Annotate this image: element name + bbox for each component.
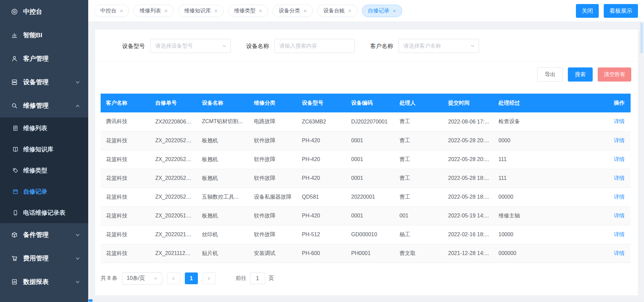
table-cell-actions: 详情 bbox=[600, 225, 631, 244]
goto-group: 前往 页 bbox=[236, 272, 274, 284]
page-size-select[interactable]: 10条/页 bbox=[122, 272, 162, 285]
customers-icon bbox=[11, 55, 18, 62]
goto-suffix: 页 bbox=[269, 275, 274, 282]
detail-link[interactable]: 详情 bbox=[614, 250, 625, 256]
tab-3[interactable]: 维修知识库× bbox=[178, 5, 224, 17]
table-cell: 2022-05-28 20:... bbox=[443, 150, 493, 169]
vertical-scrollbar[interactable] bbox=[640, 22, 643, 53]
chevron-down-icon bbox=[222, 44, 227, 48]
sidebar-item-phone-repair-records[interactable]: 电话维修记录表 bbox=[0, 202, 88, 223]
table-header-row: 客户名称自修单号设备名称维修分类设备型号设备编码处理人提交时间处理经过操作 bbox=[101, 94, 631, 112]
table-cell: 丝印机 bbox=[197, 225, 249, 244]
goto-page-input[interactable] bbox=[250, 272, 265, 284]
tab-close-icon[interactable]: × bbox=[120, 8, 123, 14]
table-cell: GD000010 bbox=[346, 225, 394, 244]
sidebar-item-repair-type[interactable]: 维修类型 bbox=[0, 160, 88, 181]
table-cell: 111 bbox=[493, 150, 600, 169]
tab-close-icon[interactable]: × bbox=[393, 8, 396, 14]
table-cell: 板翘机 bbox=[197, 206, 249, 225]
sidebar-item-repair-knowledge[interactable]: 维修知识库 bbox=[0, 139, 88, 160]
column-header: 处理人 bbox=[394, 94, 443, 112]
table-cell-actions: 详情 bbox=[600, 112, 631, 131]
sidebar-item-spare-parts[interactable]: 备件管理 bbox=[0, 223, 88, 247]
table-cell-actions: 详情 bbox=[600, 169, 631, 188]
table-cell: 111 bbox=[493, 169, 600, 188]
sidebar-item-label: 数据报表 bbox=[23, 278, 49, 286]
tab-close-icon[interactable]: × bbox=[259, 8, 262, 14]
clear-all-button[interactable]: 清空所有 bbox=[598, 67, 631, 82]
tab-5[interactable]: 设备分类× bbox=[273, 5, 313, 17]
customer-name-select[interactable] bbox=[398, 39, 479, 53]
detail-link[interactable]: 详情 bbox=[614, 138, 625, 143]
tab-label: 维修知识库 bbox=[184, 7, 211, 14]
current-page-button[interactable]: 1 bbox=[185, 272, 198, 284]
table-cell: 板翘机 bbox=[197, 131, 249, 150]
sidebar-item-maintenance[interactable]: 维修管理 bbox=[0, 94, 88, 117]
table-cell: ZX_202205281... bbox=[150, 169, 197, 188]
sidebar-item-label: 智能BI bbox=[23, 31, 42, 40]
close-button[interactable]: 关闭 bbox=[576, 4, 599, 18]
table-cell: ZX_202205191... bbox=[150, 206, 197, 225]
sidebar-item-customers[interactable]: 客户管理 bbox=[0, 47, 88, 70]
detail-link[interactable]: 详情 bbox=[614, 213, 625, 218]
chevron-down-icon bbox=[153, 276, 158, 281]
next-page-button[interactable] bbox=[203, 272, 216, 284]
document-list-icon bbox=[12, 125, 19, 132]
detail-link[interactable]: 详情 bbox=[614, 232, 625, 237]
detail-link[interactable]: 详情 bbox=[614, 118, 625, 124]
filter-device-model: 设备型号 bbox=[122, 39, 231, 53]
table-cell: 曹工 bbox=[394, 131, 443, 150]
table-row: 花篮科技ZX_202205282...板翘机软件故障PH-4200001曹工20… bbox=[101, 150, 631, 169]
tab-label: 中控台 bbox=[100, 7, 116, 14]
table-cell: 花篮科技 bbox=[101, 169, 150, 188]
table-row: 花篮科技ZX_202205191...板翘机软件故障PH-42000010012… bbox=[101, 206, 631, 225]
console-icon bbox=[11, 8, 18, 15]
table-cell: DJ2022070001 bbox=[346, 112, 394, 131]
tab-1[interactable]: 中控台× bbox=[94, 5, 129, 17]
maintenance-submenu: 维修列表 维修知识库 维修类型 自修记录 电话维修记录表 bbox=[0, 117, 88, 223]
sidebar-item-label: 备件管理 bbox=[23, 231, 49, 239]
detail-link[interactable]: 详情 bbox=[614, 175, 625, 181]
table-cell: PH-420 bbox=[297, 131, 346, 150]
export-button[interactable]: 导出 bbox=[537, 67, 563, 82]
detail-link[interactable]: 详情 bbox=[614, 194, 625, 200]
prev-page-button[interactable] bbox=[167, 272, 180, 284]
tab-close-icon[interactable]: × bbox=[304, 8, 307, 14]
horizontal-scrollbar-thumb[interactable] bbox=[89, 299, 93, 302]
topbar: 中控台×维修列表×维修知识库×维修类型×设备分类×设备台账×自修记录× 关闭 看… bbox=[88, 0, 644, 21]
sidebar-item-devices[interactable]: 设备管理 bbox=[0, 70, 88, 94]
table-cell: 曹工 bbox=[394, 169, 443, 188]
table-cell-actions: 详情 bbox=[600, 206, 631, 225]
table-cell-actions: 详情 bbox=[600, 188, 631, 206]
detail-link[interactable]: 详情 bbox=[614, 156, 625, 162]
table-cell: 贴片机 bbox=[197, 244, 249, 263]
table-cell: 软件故障 bbox=[249, 206, 297, 225]
tab-7[interactable]: 自修记录× bbox=[362, 5, 402, 17]
tab-6[interactable]: 设备台账× bbox=[317, 5, 358, 17]
table-cell: 曹文取 bbox=[394, 244, 443, 263]
sidebar-item-label: 维修类型 bbox=[23, 166, 47, 174]
device-model-select[interactable] bbox=[150, 39, 231, 53]
tab-close-icon[interactable]: × bbox=[164, 8, 168, 14]
table-row: 花篮科技ZX_202205282...板翘机软件故障PH-4200001曹工20… bbox=[101, 131, 631, 150]
sidebar-item-console[interactable]: 中控台 bbox=[0, 0, 88, 23]
sidebar-item-bi[interactable]: 智能BI bbox=[0, 23, 88, 47]
tab-4[interactable]: 维修类型× bbox=[228, 5, 268, 17]
sidebar: 中控台 智能BI 客户管理 设备管理 维修管理 维修列表 维修知识库 维修类型 bbox=[0, 0, 88, 302]
tab-2[interactable]: 维修列表× bbox=[133, 5, 174, 17]
table-cell: 2022-05-28 18:... bbox=[443, 169, 493, 188]
board-display-button[interactable]: 看板展示 bbox=[604, 4, 638, 18]
sidebar-item-expenses[interactable]: 费用管理 bbox=[0, 247, 88, 270]
sidebar-item-reports[interactable]: 数据报表 bbox=[0, 270, 88, 294]
sidebar-item-repair-list[interactable]: 维修列表 bbox=[0, 117, 88, 139]
sidebar-item-self-repair-records[interactable]: 自修记录 bbox=[0, 181, 88, 202]
tab-close-icon[interactable]: × bbox=[348, 8, 352, 14]
table-cell: 花篮科技 bbox=[101, 188, 150, 206]
horizontal-scrollbar[interactable] bbox=[88, 299, 644, 302]
table-cell: 安装调试 bbox=[249, 244, 297, 263]
search-button[interactable]: 搜索 bbox=[568, 67, 593, 82]
table-cell: 设备私服器故障 bbox=[249, 188, 297, 206]
device-name-input[interactable] bbox=[274, 39, 355, 53]
table-cell: 0001 bbox=[346, 150, 394, 169]
tab-close-icon[interactable]: × bbox=[214, 8, 218, 14]
